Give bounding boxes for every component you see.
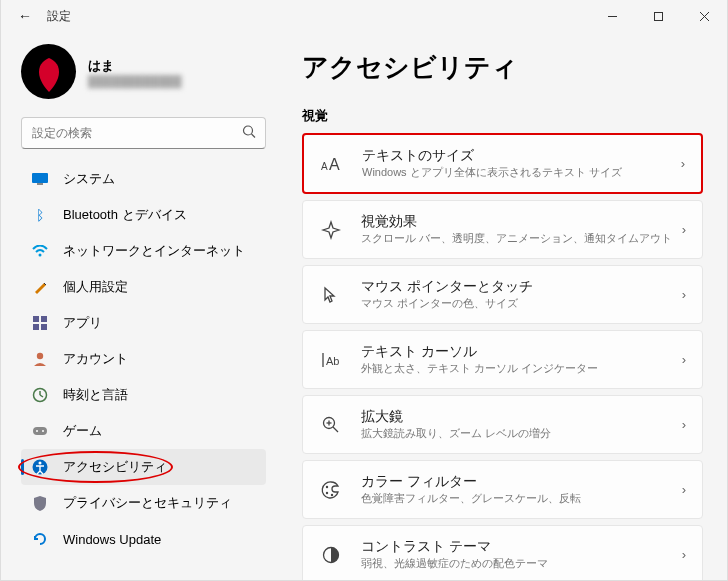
chevron-right-icon: ›: [682, 352, 686, 367]
search-box: [21, 117, 266, 149]
settings-window: ← 設定 はま ████████████: [0, 0, 728, 581]
card-magnifier[interactable]: 拡大鏡拡大鏡読み取り、ズーム レベルの増分 ›: [302, 395, 703, 454]
sidebar-item-label: アプリ: [63, 314, 102, 332]
sidebar-item-network[interactable]: ネットワークとインターネット: [21, 233, 266, 269]
close-button[interactable]: [681, 0, 727, 32]
svg-point-21: [39, 462, 42, 465]
sidebar-item-privacy[interactable]: プライバシーとセキュリティ: [21, 485, 266, 521]
sidebar-item-windows-update[interactable]: Windows Update: [21, 521, 266, 557]
card-subtitle: 外観と太さ、テキスト カーソル インジケーター: [361, 361, 682, 376]
sidebar-item-apps[interactable]: アプリ: [21, 305, 266, 341]
page-title: アクセシビリティ: [302, 50, 703, 85]
magnifier-icon: [319, 413, 343, 437]
sidebar-item-label: アカウント: [63, 350, 128, 368]
card-subtitle: Windows とアプリ全体に表示されるテキスト サイズ: [362, 165, 681, 180]
brush-icon: [31, 278, 49, 296]
svg-text:A: A: [329, 156, 340, 173]
sidebar-item-label: システム: [63, 170, 115, 188]
card-subtitle: 弱視、光線過敏症のための配色テーマ: [361, 556, 682, 571]
profile[interactable]: はま ████████████: [21, 44, 266, 99]
svg-rect-6: [32, 173, 48, 183]
nav-list: システム ᛒBluetooth とデバイス ネットワークとインターネット 個人用…: [21, 161, 266, 557]
avatar: [21, 44, 76, 99]
card-subtitle: スクロール バー、透明度、アニメーション、通知タイムアウト: [361, 231, 682, 246]
card-visual-effects[interactable]: 視覚効果スクロール バー、透明度、アニメーション、通知タイムアウト ›: [302, 200, 703, 259]
user-name: はま: [88, 57, 182, 75]
maximize-button[interactable]: [635, 0, 681, 32]
svg-rect-7: [37, 183, 43, 185]
system-icon: [31, 170, 49, 188]
sidebar-item-label: プライバシーとセキュリティ: [63, 494, 232, 512]
sidebar-item-personalization[interactable]: 個人用設定: [21, 269, 266, 305]
sidebar-item-label: ゲーム: [63, 422, 102, 440]
account-icon: [31, 350, 49, 368]
gamepad-icon: [31, 422, 49, 440]
svg-rect-10: [41, 316, 47, 322]
search-input[interactable]: [21, 117, 266, 149]
shield-icon: [31, 494, 49, 512]
text-size-icon: AA: [320, 152, 344, 176]
bluetooth-icon: ᛒ: [31, 206, 49, 224]
sidebar-item-bluetooth[interactable]: ᛒBluetooth とデバイス: [21, 197, 266, 233]
sidebar-item-time-language[interactable]: 時刻と言語: [21, 377, 266, 413]
sidebar-item-accessibility[interactable]: アクセシビリティ: [21, 449, 266, 485]
card-title: テキスト カーソル: [361, 343, 682, 361]
card-title: 拡大鏡: [361, 408, 682, 426]
chevron-right-icon: ›: [682, 482, 686, 497]
cursor-icon: [319, 283, 343, 307]
card-text-cursor[interactable]: Ab テキスト カーソル外観と太さ、テキスト カーソル インジケーター ›: [302, 330, 703, 389]
main-content: アクセシビリティ 視覚 AA テキストのサイズWindows とアプリ全体に表示…: [276, 32, 727, 580]
card-color-filters[interactable]: カラー フィルター色覚障害フィルター、グレースケール、反転 ›: [302, 460, 703, 519]
contrast-icon: [319, 543, 343, 567]
card-title: カラー フィルター: [361, 473, 682, 491]
window-title: 設定: [47, 8, 71, 25]
svg-rect-11: [33, 324, 39, 330]
svg-rect-17: [33, 427, 47, 435]
update-icon: [31, 530, 49, 548]
svg-point-18: [36, 430, 38, 432]
section-heading: 視覚: [302, 107, 703, 125]
window-controls: [589, 0, 727, 32]
svg-point-4: [244, 126, 253, 135]
chevron-right-icon: ›: [681, 156, 685, 171]
apps-icon: [31, 314, 49, 332]
wifi-icon: [31, 242, 49, 260]
svg-point-19: [42, 430, 44, 432]
sidebar-item-label: Bluetooth とデバイス: [63, 206, 187, 224]
sidebar-item-gaming[interactable]: ゲーム: [21, 413, 266, 449]
palette-icon: [319, 478, 343, 502]
chevron-right-icon: ›: [682, 417, 686, 432]
svg-point-8: [39, 254, 42, 257]
back-button[interactable]: ←: [13, 4, 37, 28]
accessibility-icon: [31, 458, 49, 476]
card-title: テキストのサイズ: [362, 147, 681, 165]
svg-point-31: [326, 491, 328, 493]
card-subtitle: マウス ポインターの色、サイズ: [361, 296, 682, 311]
sidebar-item-accounts[interactable]: アカウント: [21, 341, 266, 377]
chevron-right-icon: ›: [682, 287, 686, 302]
clock-icon: [31, 386, 49, 404]
sidebar-item-system[interactable]: システム: [21, 161, 266, 197]
svg-rect-12: [41, 324, 47, 330]
card-text-size[interactable]: AA テキストのサイズWindows とアプリ全体に表示されるテキスト サイズ …: [302, 133, 703, 194]
minimize-button[interactable]: [589, 0, 635, 32]
svg-text:Ab: Ab: [326, 355, 339, 367]
card-contrast-themes[interactable]: コントラスト テーマ弱視、光線過敏症のための配色テーマ ›: [302, 525, 703, 580]
sidebar-item-label: Windows Update: [63, 532, 161, 547]
search-icon: [242, 125, 256, 142]
sidebar-item-label: アクセシビリティ: [63, 458, 167, 476]
sidebar-item-label: ネットワークとインターネット: [63, 242, 245, 260]
card-title: コントラスト テーマ: [361, 538, 682, 556]
svg-point-30: [326, 485, 328, 487]
titlebar: ← 設定: [1, 0, 727, 32]
card-subtitle: 色覚障害フィルター、グレースケール、反転: [361, 491, 682, 506]
text-cursor-icon: Ab: [319, 348, 343, 372]
card-title: マウス ポインターとタッチ: [361, 278, 682, 296]
sidebar: はま ████████████ システム ᛒBluetooth とデバイス ネッ…: [1, 32, 276, 580]
svg-line-5: [252, 134, 256, 138]
svg-point-32: [331, 493, 333, 495]
svg-rect-9: [33, 316, 39, 322]
sidebar-item-label: 時刻と言語: [63, 386, 128, 404]
sidebar-item-label: 個人用設定: [63, 278, 128, 296]
card-mouse-pointer[interactable]: マウス ポインターとタッチマウス ポインターの色、サイズ ›: [302, 265, 703, 324]
